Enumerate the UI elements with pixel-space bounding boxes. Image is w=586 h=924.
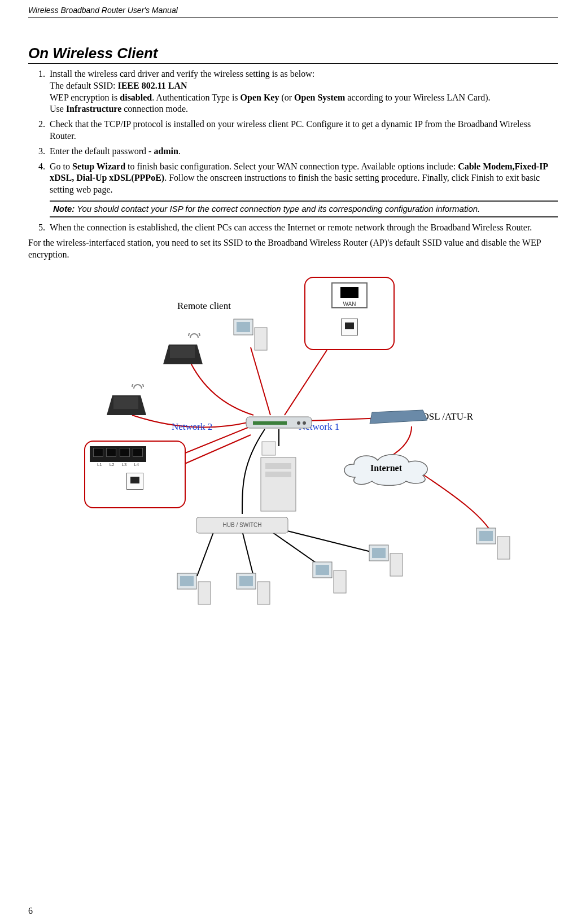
note-body: You should contact your ISP for the corr… xyxy=(75,204,480,213)
step-1-ssid-prefix: The default SSID: xyxy=(50,81,117,90)
svg-rect-26 xyxy=(265,463,291,469)
step-1-ssid: IEEE 802.11 LAN xyxy=(117,81,187,90)
svg-rect-43 xyxy=(497,537,510,559)
wan-port-icon: WAN xyxy=(331,282,368,308)
hub-switch-icon: HUB / SWITCH xyxy=(194,514,290,537)
step-1-wep-f: Open System xyxy=(294,93,345,102)
svg-rect-40 xyxy=(390,553,403,576)
lan-ports-icon xyxy=(90,446,146,462)
step-2: Check that the TCP/IP protocol is instal… xyxy=(47,119,558,142)
svg-point-21 xyxy=(297,421,300,425)
lan-l4: L4 xyxy=(134,462,139,467)
step-4: Go to Setup Wizard to finish basic confi… xyxy=(47,161,558,218)
wan-port-callout: WAN xyxy=(304,277,395,350)
svg-rect-20 xyxy=(253,421,287,425)
svg-rect-36 xyxy=(316,565,329,575)
svg-line-9 xyxy=(287,531,378,553)
lan-pc-4-icon xyxy=(366,542,406,582)
remote-internet-pc-icon xyxy=(474,525,513,565)
xdsl-modem-icon xyxy=(366,409,428,427)
network-2-label: Network 2 xyxy=(172,421,212,433)
svg-rect-31 xyxy=(198,582,211,604)
lan-l3: L3 xyxy=(121,462,126,467)
step-1-wep-b: disabled xyxy=(120,93,152,102)
step-1-infra-c: connection mode. xyxy=(121,104,188,114)
svg-rect-24 xyxy=(262,442,275,455)
svg-rect-33 xyxy=(239,576,253,586)
step-1-wep-e: (or xyxy=(279,93,294,102)
step-1-infra-a: Use xyxy=(50,104,66,114)
after-list-paragraph: For the wireless-interfaced station, you… xyxy=(28,237,558,261)
rj45-plug-icon xyxy=(341,319,358,335)
network-diagram: WAN L1 L2 L3 L4 Remote client Netw xyxy=(62,271,524,633)
step-3: Enter the default password - admin. xyxy=(47,146,558,158)
step-4-a: Go to xyxy=(50,162,72,171)
lan-pc-2-icon xyxy=(234,570,273,610)
svg-line-7 xyxy=(242,531,253,576)
remote-pc-icon xyxy=(231,316,270,356)
note-box: Note: You should contact your ISP for th… xyxy=(50,201,558,217)
step-3-c: . xyxy=(178,146,181,156)
server-tower-icon xyxy=(256,441,300,514)
svg-rect-34 xyxy=(257,582,270,604)
svg-line-6 xyxy=(197,531,214,576)
svg-rect-39 xyxy=(372,548,386,558)
svg-line-1 xyxy=(251,347,270,415)
step-1-wep-c: . Authentication Type is xyxy=(152,93,240,102)
wireless-laptop-2-icon xyxy=(101,384,158,424)
hub-switch-label: HUB / SWITCH xyxy=(194,522,290,528)
instruction-list: Install the wireless card driver and ver… xyxy=(28,68,558,234)
step-3-a: Enter the default password - xyxy=(50,146,154,156)
step-4-b: Setup Wizard xyxy=(72,162,125,171)
svg-rect-30 xyxy=(180,576,194,586)
internet-cloud: Internet xyxy=(338,452,434,486)
lan-l2: L2 xyxy=(110,462,115,467)
svg-marker-23 xyxy=(370,410,427,424)
step-1-line1: Install the wireless card driver and ver… xyxy=(50,69,314,79)
step-1-wep-g: according to your Wireless LAN Card). xyxy=(345,93,490,102)
svg-rect-42 xyxy=(479,531,493,541)
step-3-b: admin xyxy=(154,146,178,156)
lan-pc-3-icon xyxy=(310,559,349,599)
internet-label: Internet xyxy=(338,463,434,473)
lan-port-labels: L1 L2 L3 L4 xyxy=(90,462,146,467)
section-heading: On Wireless Client xyxy=(28,45,558,64)
lan-l1: L1 xyxy=(97,462,102,467)
step-1-infra-b: Infrastructure xyxy=(66,104,121,114)
svg-rect-18 xyxy=(113,396,138,409)
svg-rect-27 xyxy=(265,472,291,477)
svg-rect-16 xyxy=(170,346,195,358)
step-1: Install the wireless card driver and ver… xyxy=(47,68,558,115)
rj45-plug-icon-2 xyxy=(126,473,143,490)
running-header: Wireless Broadband Router User's Manual xyxy=(28,6,558,18)
step-5: When the connection is established, the … xyxy=(47,222,558,234)
page-number: 6 xyxy=(28,906,33,916)
svg-rect-13 xyxy=(237,322,250,332)
svg-rect-37 xyxy=(334,570,346,593)
svg-line-0 xyxy=(285,350,327,415)
note-label: Note: xyxy=(53,204,75,213)
wireless-laptop-1-icon xyxy=(158,333,214,373)
remote-client-label: Remote client xyxy=(177,300,231,312)
step-1-wep-a: WEP encryption is xyxy=(50,93,120,102)
step-4-c: to finish basic configuration. Select yo… xyxy=(125,162,458,171)
lan-pc-1-icon xyxy=(174,570,214,610)
wan-port-label: WAN xyxy=(333,301,366,307)
svg-point-22 xyxy=(303,421,306,425)
router-icon xyxy=(245,412,313,432)
lan-ports-callout: L1 L2 L3 L4 xyxy=(84,441,186,508)
step-1-wep-d: Open Key xyxy=(240,93,279,102)
svg-rect-14 xyxy=(255,328,267,350)
